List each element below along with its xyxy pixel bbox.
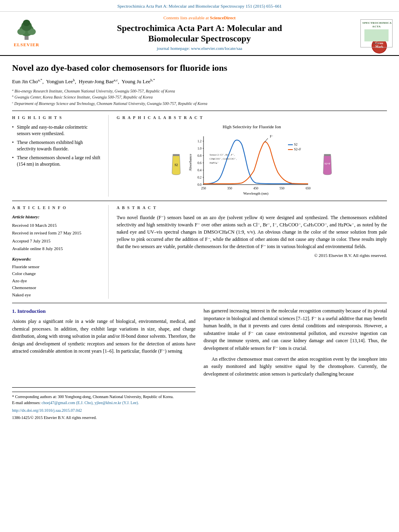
svg-text:1.2: 1.2 (197, 140, 202, 143)
intro-paragraph-1: Anions play a significant role in a wide… (12, 318, 195, 355)
svg-text:0.6: 0.6 (197, 161, 202, 165)
keywords-label: Keywords: (12, 256, 102, 262)
svg-text:250: 250 (201, 187, 206, 190)
svg-text:350: 350 (227, 187, 232, 190)
sciencedirect-label: Contents lists available at ScienceDirec… (51, 15, 348, 21)
available-date: Available online 8 July 2015 (12, 245, 102, 252)
abstract-col: A B S T R A C T Two novel fluoride (F⁻) … (109, 205, 387, 299)
divider-2 (12, 201, 387, 201)
svg-text:450: 450 (253, 187, 258, 190)
elsevier-logo: ELSEVIER (6, 19, 47, 48)
article-info-header: A R T I C L E I N F O (12, 205, 102, 211)
revised-date: Received in revised form 27 May 2015 (12, 230, 102, 236)
footer-copyright: 1386-1425/© 2015 Elsevier B.V. All right… (12, 415, 195, 421)
highlight-item-3: These chemosensors showed a large red sh… (12, 154, 102, 167)
elsevier-brand-label: ELSEVIER (14, 42, 39, 48)
elsevier-tree-icon (12, 19, 41, 41)
intro-section-title: 1. Introduction (12, 307, 195, 315)
author-2: Yongjun Lee (46, 79, 73, 85)
journal-homepage: journal homepage: www.elsevier.com/locat… (51, 45, 348, 51)
author-3: Hyeun-Jong Bae (79, 79, 114, 85)
keyword-2: Color change (12, 271, 102, 277)
highlights-list: Simple and easy-to-make colorimetric sen… (12, 124, 102, 168)
author-3-sup: a,c (114, 78, 118, 82)
svg-line-34 (265, 138, 268, 142)
divider-3 (12, 303, 387, 303)
svg-text:1.0: 1.0 (197, 147, 202, 150)
svg-text:CH₃COO⁻, C₆H₅COO⁻,: CH₃COO⁻, C₆H₅COO⁻, (210, 157, 237, 160)
svg-rect-9 (173, 154, 179, 156)
accepted-date: Accepted 7 July 2015 (12, 238, 102, 244)
highlight-item-1: Simple and easy-to-make colorimetric sen… (12, 124, 102, 137)
svg-text:Sensor 2: Cl⁻, Br⁻, F⁻,: Sensor 2: Cl⁻, Br⁻, F⁻, (210, 153, 235, 156)
affiliations: a Bio-energy Research Institute, Chonnam… (12, 88, 387, 107)
author-1: Eun Jin Cho (12, 79, 38, 85)
author-1-sup: a,* (38, 78, 42, 82)
homepage-url[interactable]: www.elsevier.com/locate/saa (191, 46, 243, 51)
svg-rect-43 (324, 154, 331, 156)
keyword-5: Naked eye (12, 292, 102, 298)
footer-area: * Corresponding authors at: 300 Yongbong… (12, 387, 195, 421)
affiliation-b: b Gwangju Center, Korea Basic Science In… (12, 94, 387, 100)
abstract-header: A B S T R A C T (117, 205, 387, 211)
abstract-copyright: © 2015 Elsevier B.V. All rights reserved… (117, 253, 387, 259)
footer-doi[interactable]: http://dx.doi.org/10.1016/j.saa.2015.07.… (12, 407, 195, 414)
logo-text: SPECTROCHIMICAACTA (362, 21, 391, 29)
footer-divider (12, 387, 195, 388)
intro-paragraph-3: An effective chemosensor must convert th… (204, 355, 387, 378)
abstract-text: Two novel fluoride (F⁻) sensors based on… (117, 214, 387, 250)
keyword-1: Fluoride sensor (12, 264, 102, 270)
svg-text:S2: S2 (294, 143, 297, 146)
journal-top-link[interactable]: Spectrochimica Acta Part A: Molecular an… (117, 4, 282, 8)
divider-1 (12, 111, 387, 111)
svg-text:650: 650 (306, 187, 311, 190)
keywords-section: Keywords: Fluoride sensor Color change A… (12, 256, 102, 298)
graphical-abstract-header: G R A P H I C A L A B S T R A C T (117, 115, 387, 121)
svg-text:S2+F: S2+F (325, 162, 330, 165)
sciencedirect-name[interactable]: ScienceDirect (210, 15, 236, 20)
chart-container: S2 0.0 0.2 0.4 0.6 0.8 (117, 132, 387, 197)
history-label: Article history: (12, 214, 102, 220)
article-title: Novel azo dye-based color chemosensors f… (12, 62, 387, 74)
journal-logo-box: SPECTROCHIMICAACTA Part A (360, 19, 393, 47)
highlight-item-2: These chemosensors exhibited high select… (12, 139, 102, 152)
logo-green-bar (364, 29, 389, 41)
svg-text:S2+F: S2+F (294, 148, 301, 151)
top-bar: Spectrochimica Acta Part A: Molecular an… (0, 0, 399, 12)
received-date: Received 10 March 2015 (12, 222, 102, 229)
svg-rect-38 (288, 149, 293, 150)
keyword-3: Azo dye (12, 278, 102, 284)
author-4: Young Ju Lee (121, 79, 150, 85)
page: Spectrochimica Acta Part A: Molecular an… (0, 0, 399, 532)
journal-title-area: Contents lists available at ScienceDirec… (47, 15, 352, 52)
graphical-abstract-content: High Selectivity for Fluoride Ion S2 (117, 124, 387, 197)
email-line: E-mail addresses: choej47@gmail.com (E.J… (12, 400, 195, 406)
authors-line: Eun Jin Choa,*, Yongjun Leeb, Hyeun-Jong… (12, 78, 387, 86)
elsevier-logo-area: ELSEVIER (6, 19, 47, 48)
vial-s2-icon: S2 (168, 152, 184, 177)
svg-text:Wavelength (nm): Wavelength (nm) (243, 191, 269, 195)
article-content: Cross Mark Novel azo dye-based color che… (0, 56, 399, 427)
body-col-left: 1. Introduction Anions play a significan… (12, 307, 195, 421)
svg-text:Absorbance: Absorbance (188, 154, 192, 171)
vial-s2f-icon: S2+F (319, 152, 335, 177)
logo-subtitle: Part A (362, 42, 391, 45)
footer-notes: * Corresponding authors at: 300 Yongbong… (12, 392, 195, 406)
svg-rect-36 (288, 144, 293, 145)
svg-text:0.4: 0.4 (197, 168, 202, 172)
graphical-abstract-col: G R A P H I C A L A B S T R A C T High S… (109, 115, 387, 197)
article-info-col: A R T I C L E I N F O Article history: R… (12, 205, 109, 299)
author-2-sup: b (73, 78, 75, 82)
svg-text:S2: S2 (175, 164, 178, 167)
svg-point-5 (23, 20, 30, 26)
info-abstract-section: A R T I C L E I N F O Article history: R… (12, 205, 387, 299)
affiliation-c: c Department of Bioenergy Science and Te… (12, 101, 387, 107)
keyword-4: Chemosensor (12, 285, 102, 291)
svg-text:0.2: 0.2 (197, 176, 202, 179)
body-col-right: has garnered increasing interest in the … (204, 307, 387, 421)
journal-header: ELSEVIER Contents lists available at Sci… (0, 12, 399, 56)
journal-title: Spectrochimica Acta Part A: Molecular an… (51, 23, 348, 44)
svg-text:H₂PO₄⁻: H₂PO₄⁻ (210, 161, 219, 164)
journal-logo-right: SPECTROCHIMICAACTA Part A (352, 19, 393, 47)
corresponding-note: * Corresponding authors at: 300 Yongbong… (12, 394, 195, 400)
